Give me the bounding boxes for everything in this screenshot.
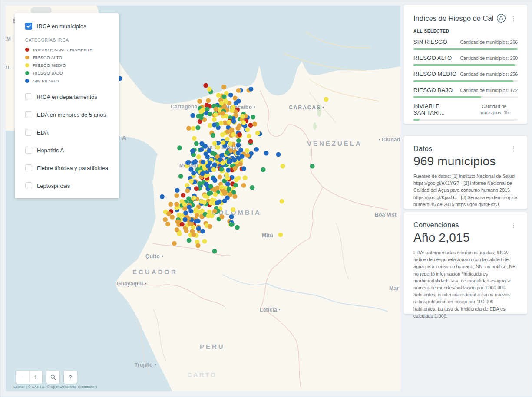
municipality-dot[interactable] (183, 217, 188, 222)
municipality-dot[interactable] (207, 87, 212, 92)
municipality-dot[interactable] (236, 88, 241, 93)
municipality-dot[interactable] (219, 153, 224, 158)
municipality-dot[interactable] (241, 166, 246, 171)
municipality-dot[interactable] (233, 166, 238, 171)
municipality-dot[interactable] (184, 228, 189, 233)
municipality-dot[interactable] (231, 132, 236, 137)
municipality-dot[interactable] (200, 108, 205, 113)
municipality-dot[interactable] (175, 188, 180, 193)
municipality-dot[interactable] (248, 139, 253, 144)
municipality-dot[interactable] (240, 114, 245, 119)
municipality-dot[interactable] (212, 122, 217, 127)
layer-checkbox-row[interactable]: Fiebre tifoidea y paratifoidea (25, 164, 109, 171)
municipality-dot[interactable] (231, 119, 236, 124)
municipality-dot[interactable] (234, 101, 238, 105)
municipality-dot[interactable] (206, 98, 211, 103)
municipality-dot[interactable] (180, 222, 185, 227)
layer-checkbox-row[interactable]: Leptospirosis (25, 182, 109, 189)
kebab-menu-icon[interactable]: ⋮ (509, 221, 518, 229)
municipality-dot[interactable] (194, 186, 199, 191)
municipality-dot[interactable] (235, 225, 240, 230)
municipality-dot[interactable] (220, 132, 225, 137)
municipality-dot[interactable] (186, 160, 191, 165)
municipality-dot[interactable] (264, 151, 269, 156)
municipality-dot[interactable] (207, 210, 212, 214)
layer-selector-button[interactable] (496, 13, 506, 23)
municipality-dot[interactable] (188, 221, 192, 226)
municipality-dot[interactable] (215, 200, 220, 205)
municipality-dot[interactable] (251, 115, 255, 119)
municipality-dot[interactable] (194, 207, 198, 212)
municipality-dot[interactable] (196, 226, 201, 231)
search-button[interactable] (46, 371, 59, 384)
municipality-dot[interactable] (195, 125, 200, 130)
municipality-dot[interactable] (219, 167, 224, 172)
municipality-dot[interactable] (194, 219, 198, 223)
risk-category-row[interactable]: RIESGO BAJOCantidad de municipios: 172 (413, 87, 518, 98)
municipality-dot[interactable] (175, 193, 179, 198)
municipality-dot[interactable] (236, 138, 241, 143)
checkbox-checked[interactable] (25, 23, 32, 30)
checkbox-unchecked[interactable] (25, 182, 32, 189)
municipality-dot[interactable] (190, 148, 195, 153)
municipality-dot[interactable] (222, 95, 227, 99)
municipality-dot[interactable] (247, 134, 251, 138)
risk-category-row[interactable]: RIESGO ALTOCantidad de municipios: 260 (413, 55, 518, 66)
municipality-dot[interactable] (202, 194, 207, 198)
municipality-dot[interactable] (221, 85, 226, 89)
municipality-dot[interactable] (202, 239, 207, 244)
municipality-dot[interactable] (182, 202, 187, 207)
municipality-dot[interactable] (227, 120, 231, 125)
municipality-dot[interactable] (243, 175, 248, 180)
municipality-dot[interactable] (221, 140, 225, 145)
municipality-dot[interactable] (213, 112, 218, 117)
municipality-dot[interactable] (241, 120, 246, 125)
municipality-dot[interactable] (192, 196, 196, 200)
municipality-dot[interactable] (191, 126, 196, 131)
municipality-dot[interactable] (218, 175, 222, 180)
municipality-dot[interactable] (192, 233, 196, 237)
municipality-dot[interactable] (165, 222, 170, 226)
municipality-dot[interactable] (201, 160, 205, 164)
municipality-dot[interactable] (231, 207, 235, 212)
risk-category-row[interactable]: RIESGO MEDIOCantidad de municipios: 256 (413, 71, 518, 82)
municipality-dot[interactable] (224, 99, 228, 104)
municipality-dot[interactable] (166, 211, 171, 216)
municipality-dot[interactable] (220, 161, 225, 165)
checkbox-unchecked[interactable] (25, 147, 32, 154)
checkbox-unchecked[interactable] (25, 111, 32, 118)
municipality-dot[interactable] (261, 167, 266, 172)
municipality-dot[interactable] (186, 196, 191, 201)
municipality-dot[interactable] (237, 132, 242, 137)
municipality-dot[interactable] (280, 199, 284, 204)
municipality-dot[interactable] (208, 184, 213, 189)
municipality-dot[interactable] (226, 168, 231, 173)
municipality-dot[interactable] (204, 182, 208, 187)
municipality-dot[interactable] (276, 152, 281, 157)
municipality-dot[interactable] (192, 136, 197, 141)
municipality-dot[interactable] (225, 129, 230, 134)
layer-checkbox-row[interactable]: EDA (25, 129, 109, 136)
municipality-dot[interactable] (222, 191, 227, 196)
zoom-out-button[interactable]: − (16, 371, 30, 384)
municipality-dot[interactable] (183, 210, 188, 215)
municipality-dot[interactable] (225, 176, 230, 181)
municipality-dot[interactable] (190, 113, 195, 118)
municipality-dot[interactable] (181, 193, 185, 198)
kebab-menu-icon[interactable]: ⋮ (509, 144, 518, 153)
checkbox-unchecked[interactable] (25, 164, 32, 171)
municipality-dot[interactable] (186, 126, 191, 131)
layer-checkbox-row[interactable]: IRCA en departamentos (25, 93, 109, 100)
zoom-in-button[interactable]: + (30, 371, 43, 384)
municipality-dot[interactable] (175, 220, 180, 224)
municipality-dot[interactable] (229, 214, 234, 219)
municipality-dot[interactable] (248, 123, 253, 128)
municipality-dot[interactable] (191, 160, 196, 165)
municipality-dot[interactable] (212, 141, 217, 146)
municipality-dot[interactable] (239, 154, 244, 159)
municipality-dot[interactable] (208, 112, 212, 116)
municipality-dot[interactable] (281, 164, 285, 169)
municipality-dot[interactable] (232, 194, 237, 199)
municipality-dot[interactable] (228, 93, 233, 98)
municipality-dot[interactable] (219, 184, 224, 189)
